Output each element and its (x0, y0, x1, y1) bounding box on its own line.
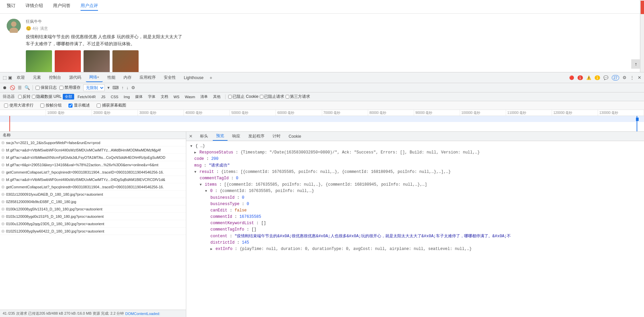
request-item[interactable]: ◎ bf.gif?ac=a&d=rVtbMSwibWF0cmI4Il0sWzI5… (0, 146, 186, 154)
expand-root[interactable] (190, 144, 192, 148)
export-down-icon[interactable]: ↓ (127, 85, 129, 90)
filter-all[interactable]: 全部 (63, 94, 74, 100)
group-frame-checkbox[interactable]: 按帧分组 (40, 103, 62, 108)
response-close-button[interactable]: ✕ (189, 134, 193, 139)
reverse-input[interactable] (18, 95, 22, 99)
request-item[interactable]: ◎ 0Z85812000904b9tcE6BF_C_180_180.jpg (0, 198, 186, 205)
close-devtools-icon[interactable]: ✕ (638, 75, 641, 80)
show-overview-checkbox[interactable]: 显示概述 (68, 103, 90, 108)
tab-performance[interactable]: 性能 (104, 73, 119, 82)
dom-content-loaded-link[interactable]: DOMContentLoaded: (125, 312, 160, 316)
timeline-area[interactable]: 10000 毫秒 20000 毫秒 30000 毫秒 40000 毫秒 5000… (0, 110, 644, 132)
filter-js[interactable]: JS (99, 94, 107, 99)
settings-icon[interactable]: ⚙ (623, 75, 627, 80)
resp-tab-headers[interactable]: 标头 (197, 132, 211, 140)
hide-data-url-checkbox[interactable]: 隐藏数据 URL (32, 94, 61, 100)
expand-item0[interactable] (205, 189, 207, 193)
disable-cache-input[interactable] (59, 86, 63, 90)
json-item0[interactable]: 0 : {commentId: 167635585, poiInfo: null… (189, 188, 641, 194)
resp-tab-timing[interactable]: 计时 (269, 132, 284, 140)
resp-tab-preview[interactable]: 预览 (213, 132, 228, 141)
expand-ext-info[interactable] (210, 247, 212, 251)
hide-data-url-input[interactable] (32, 95, 36, 99)
record-icon[interactable]: ⏺ (3, 85, 7, 90)
add-tab-button[interactable]: + (210, 75, 212, 80)
review-image-2[interactable] (55, 50, 81, 72)
tab-reviews[interactable]: 用户点评 (81, 3, 98, 11)
json-result[interactable]: result : {items: [{commentId: 167635585,… (189, 169, 641, 175)
filter-fetch-xhr[interactable]: Fetch/XHR (76, 94, 98, 99)
tab-security[interactable]: 安全性 (160, 73, 179, 82)
network-tab-close[interactable]: × (97, 75, 99, 79)
filter-css[interactable]: CSS (109, 94, 120, 99)
request-item[interactable]: ◎ 01025120008yg9yw60422_D_180_180.jpg?pr… (0, 228, 186, 235)
json-ext-info[interactable]: extInfo : {playTime: null, duration: 0, … (189, 246, 641, 252)
scrollbar-thumb[interactable] (641, 1, 644, 14)
request-item[interactable]: ◎ getCommentCollapseList?_fxpcqIniredt=0… (0, 169, 186, 176)
export-up-icon[interactable]: ↑ (121, 85, 124, 90)
request-item[interactable]: ◎ getCommentCollapseList?_fxpcqIniredt=0… (0, 183, 186, 191)
capture-screenshot-input[interactable] (97, 104, 101, 108)
resp-tab-cookies[interactable]: Cookie (285, 133, 304, 140)
filter-other[interactable]: 其他 (211, 94, 222, 100)
large-rows-input[interactable] (4, 104, 8, 108)
show-overview-input[interactable] (68, 104, 72, 108)
throttle-select[interactable]: 无限制 (83, 84, 105, 91)
expand-response-status[interactable] (194, 151, 196, 154)
filter-manifest[interactable]: 清单 (198, 94, 210, 100)
tab-application[interactable]: 应用程序 (136, 73, 159, 82)
tab-booking[interactable]: 预订 (7, 3, 15, 11)
request-item[interactable]: ◎ 0302z1200091fyxuiDAEB_D_180_180.jpg?pr… (0, 191, 186, 198)
tab-memory[interactable]: 内存 (120, 73, 135, 82)
third-party-checkbox[interactable]: 第三方请求 (286, 94, 310, 100)
preserve-log-checkbox[interactable]: 保留日志 (36, 85, 57, 90)
tab-console[interactable]: 控制台 (46, 73, 64, 82)
search-icon[interactable]: 🔍 (24, 85, 30, 90)
filter-wasm[interactable]: Wasm (183, 94, 197, 99)
expand-items[interactable] (200, 183, 202, 187)
blocked-request-checkbox[interactable]: 已阻止请求 (260, 94, 284, 100)
filter-icon[interactable]: ☰ (18, 85, 22, 90)
expand-result[interactable] (194, 170, 196, 174)
filter-font[interactable]: 字体 (146, 94, 157, 100)
request-item[interactable]: ◎ bf.gif?ac=a&d=rVtbMSwibWF0cmI4Il0sWzI5… (0, 176, 186, 183)
filter-doc[interactable]: 文档 (159, 94, 170, 100)
resp-tab-initiator[interactable]: 发起程序 (245, 132, 268, 140)
capture-screenshot-checkbox[interactable]: 捕获屏幕截图 (97, 103, 126, 108)
tab-sources[interactable]: 源代码 (66, 73, 85, 82)
json-response-status[interactable]: ResponseStatus : {Timestamp: "/Date(1635… (189, 149, 641, 156)
throttle-arrow[interactable]: ▾ (107, 85, 110, 90)
review-image-3[interactable] (84, 50, 110, 72)
blocked-cookie-checkbox[interactable]: 已阻止 Cookie (228, 94, 258, 100)
response-content[interactable]: { …} ResponseStatus : {Timestamp: "/Date… (186, 141, 644, 317)
request-item[interactable]: ◎ bf.gif?ac=tl&pi=290510&key=134168&val=… (0, 161, 186, 169)
request-item[interactable]: ◎ 0103c120008ygd0s151F5_D_180_180.jpg?pr… (0, 213, 186, 220)
blocked-request-input[interactable] (260, 95, 263, 99)
resp-tab-response[interactable]: 响应 (229, 132, 244, 140)
tab-welcome[interactable]: 欢迎 (13, 73, 28, 82)
devtools-settings-icon[interactable]: ⚙ (131, 85, 135, 90)
request-item[interactable]: ◎ bf.gif?ac=a&d=sVtbMiwidXNIcmFjdGlvbiJd… (0, 154, 186, 161)
tab-network[interactable]: 网络 × (86, 73, 103, 82)
tab-qa[interactable]: 用户问答 (53, 3, 70, 11)
disable-cache-checkbox[interactable]: 禁用缓存 (59, 85, 81, 90)
device-icon[interactable]: ▣ (8, 75, 12, 80)
blocked-cookie-input[interactable] (228, 95, 232, 99)
tab-elements[interactable]: 元素 (30, 73, 44, 82)
json-items-arr[interactable]: items : [{commentId: 167635585, poiInfo:… (189, 182, 641, 188)
filter-media[interactable]: 媒体 (133, 94, 145, 100)
request-item[interactable]: ◎ 0100k120008yg5fv13143_D_180_180.jpg?pr… (0, 205, 186, 213)
tab-details[interactable]: 详情介绍 (26, 3, 43, 11)
request-item[interactable]: ◎ 0100u120008yg2qqy23D5_D_180_180.jpg?pr… (0, 220, 186, 228)
filter-ws[interactable]: WS (171, 94, 182, 99)
tab-lighthouse[interactable]: Lighthouse (181, 74, 207, 81)
inspect-icon[interactable]: ⬚ (3, 75, 7, 80)
requests-list[interactable]: ◎ sw.js?v=2021_10_2&isSupportWebP=false&… (0, 139, 186, 310)
scroll-up-button[interactable]: ↑ (631, 59, 641, 69)
filter-img[interactable]: Img (122, 94, 132, 99)
group-frame-input[interactable] (40, 104, 44, 108)
request-item[interactable]: ◎ sw.js?v=2021_10_2&isSupportWebP=false&… (0, 139, 186, 146)
import-icon[interactable]: ⌨ (112, 85, 119, 90)
review-image-4[interactable] (112, 50, 139, 72)
json-root[interactable]: { …} (189, 143, 641, 149)
